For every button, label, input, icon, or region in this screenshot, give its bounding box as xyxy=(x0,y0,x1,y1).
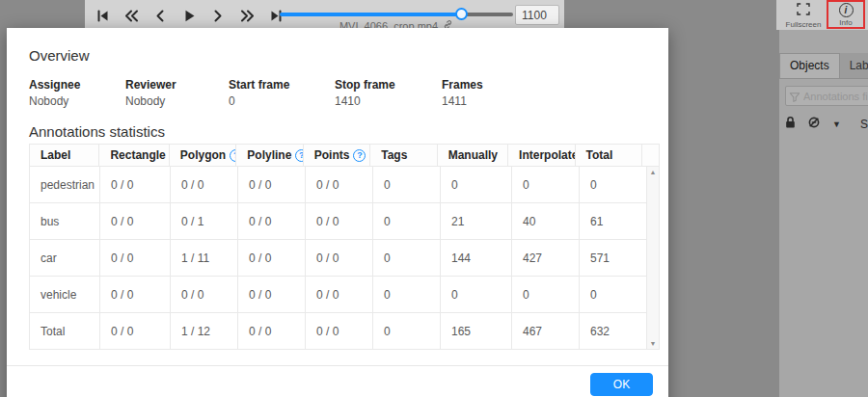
stats-value-cell: 0 / 0 xyxy=(306,313,373,350)
chevron-left-icon xyxy=(154,9,166,23)
lock-icon[interactable] xyxy=(784,116,797,133)
fullscreen-icon xyxy=(797,2,810,19)
stats-header-label: Rectangle xyxy=(110,148,165,162)
stats-value-cell: 427 xyxy=(512,240,580,277)
field-frames: Frames 1411 xyxy=(442,78,483,108)
tab-labels[interactable]: Labels xyxy=(840,54,868,78)
stats-header-cell: Manually xyxy=(438,145,508,167)
stats-header-cell: Polyline? xyxy=(236,145,303,167)
objects-sidebar: Objects Labels ▼ So xyxy=(779,30,868,397)
stats-value-cell: 0 xyxy=(441,167,512,203)
question-circle-icon[interactable]: ? xyxy=(295,149,303,162)
filter-funnel-icon xyxy=(789,90,800,107)
stats-value-cell: 0 xyxy=(580,277,647,313)
tab-objects[interactable]: Objects xyxy=(779,53,840,78)
stats-header-cell: Points? xyxy=(304,145,370,167)
stats-table-header: LabelRectangle?Polygon?Polyline?Points?T… xyxy=(30,145,659,167)
topbar-right: Fullscreen i Info xyxy=(776,0,868,30)
table-scrollbar[interactable]: ▲ ▼ xyxy=(646,167,659,350)
jump-forward-button[interactable] xyxy=(235,4,258,27)
previous-frame-button[interactable] xyxy=(149,4,172,27)
stats-label-cell: vehicle xyxy=(30,277,100,313)
field-value: 0 xyxy=(229,94,335,108)
overview-title: Overview xyxy=(29,47,646,64)
stats-value-cell: 0 xyxy=(373,313,441,350)
stats-value-cell: 0 xyxy=(373,240,441,277)
stats-value-cell: 0 / 0 xyxy=(100,203,171,240)
stats-value-cell: 0 xyxy=(373,167,441,203)
stats-value-cell: 0 / 1 xyxy=(171,203,238,240)
field-label: Reviewer xyxy=(125,78,229,92)
chevron-right-icon xyxy=(212,9,224,23)
hide-eye-icon[interactable] xyxy=(807,116,821,133)
scroll-up-arrow[interactable]: ▲ xyxy=(650,169,657,175)
stats-header-cell: Total xyxy=(576,145,642,167)
first-frame-button[interactable] xyxy=(91,4,114,27)
stats-header-cell: Tags xyxy=(370,145,437,167)
stats-value-cell: 0 / 0 xyxy=(238,313,306,350)
stats-label-cell: Total xyxy=(30,313,100,350)
field-label: Assignee xyxy=(29,78,125,92)
stats-header-row: LabelRectangle?Polygon?Polyline?Points?T… xyxy=(30,145,659,167)
field-value: 1410 xyxy=(335,94,442,108)
stats-value-cell: 144 xyxy=(441,240,512,277)
stats-value-cell: 0 / 0 xyxy=(306,240,373,277)
stats-value-cell: 61 xyxy=(580,203,647,240)
overview-fields: Assignee Nobody Reviewer Nobody Start fr… xyxy=(29,78,646,108)
tutorial-red-highlight: i Info xyxy=(827,0,865,29)
modal-footer: OK xyxy=(7,365,668,397)
stats-header-label: Label xyxy=(41,148,70,162)
frame-number-input[interactable] xyxy=(515,5,559,25)
stats-row-bus: bus0 / 00 / 10 / 00 / 00214061 xyxy=(30,203,659,240)
stats-value-cell: 0 / 0 xyxy=(238,240,306,277)
stats-value-cell: 0 / 0 xyxy=(100,167,171,203)
question-circle-icon[interactable]: ? xyxy=(353,149,366,162)
info-label: Info xyxy=(839,18,852,27)
stats-value-cell: 40 xyxy=(512,203,580,240)
double-chevron-left-icon xyxy=(123,9,140,23)
field-label: Frames xyxy=(442,78,483,92)
field-value: Nobody xyxy=(125,94,229,108)
next-frame-button[interactable] xyxy=(206,4,230,27)
stats-value-cell: 632 xyxy=(580,313,647,350)
player-topbar: MVI_4066_crop.mp4 xyxy=(85,0,564,30)
sort-dropdown[interactable]: So xyxy=(860,118,868,131)
question-circle-icon[interactable]: ? xyxy=(230,149,236,162)
stats-value-cell: 0 / 0 xyxy=(306,277,373,313)
info-icon: i xyxy=(839,3,854,17)
stats-value-cell: 21 xyxy=(441,203,512,240)
stats-label-cell: pedestrian xyxy=(30,167,100,203)
field-start-frame: Start frame 0 xyxy=(229,78,335,108)
stats-label-cell: bus xyxy=(30,203,100,240)
field-value: 1411 xyxy=(442,94,483,108)
jump-backward-button[interactable] xyxy=(120,4,143,27)
stats-title: Annotations statistics xyxy=(29,123,646,140)
info-button[interactable]: i Info xyxy=(828,2,863,27)
stats-value-cell: 0 xyxy=(441,277,512,313)
annotations-filter-wrap xyxy=(785,86,868,106)
stats-value-cell: 0 / 0 xyxy=(171,167,238,203)
player-seek-slider[interactable] xyxy=(280,13,513,16)
stats-value-cell: 0 / 0 xyxy=(238,167,306,203)
stats-header-label: Polygon xyxy=(180,148,226,162)
stats-header-cell: Label xyxy=(30,145,99,167)
fullscreen-button[interactable]: Fullscreen xyxy=(781,2,826,28)
play-button[interactable] xyxy=(177,4,201,27)
fullscreen-label: Fullscreen xyxy=(786,20,822,29)
stats-header-label: Interpolated xyxy=(519,148,575,162)
skip-first-icon xyxy=(95,9,110,23)
field-stop-frame: Stop frame 1410 xyxy=(335,78,442,108)
stats-header-cell: Rectangle? xyxy=(99,145,169,167)
stats-row-car: car0 / 01 / 110 / 00 / 00144427571 xyxy=(30,240,659,277)
play-icon xyxy=(182,9,197,23)
stats-header-cell: Polygon? xyxy=(170,145,236,167)
stats-header-label: Tags xyxy=(381,148,407,162)
stats-value-cell: 0 xyxy=(373,277,441,313)
stats-header-filler xyxy=(642,145,659,167)
stats-value-cell: 0 xyxy=(580,167,647,203)
ok-button[interactable]: OK xyxy=(590,373,653,396)
caret-down-icon[interactable]: ▼ xyxy=(832,119,841,129)
stats-header-label: Polyline xyxy=(247,148,291,162)
stats-table-body: pedestrian0 / 00 / 00 / 00 / 00000bus0 /… xyxy=(30,167,659,350)
scroll-down-arrow[interactable]: ▼ xyxy=(650,340,657,347)
